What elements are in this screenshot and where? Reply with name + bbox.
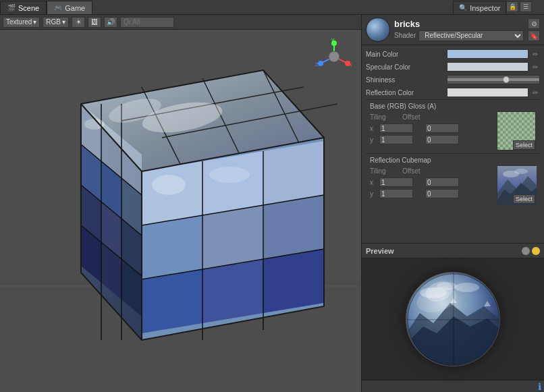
svg-marker-39 [142, 215, 202, 279]
reflection-tiling-y[interactable] [379, 189, 413, 198]
svg-marker-41 [263, 195, 324, 259]
scene-panel: Textured ▾ RGB ▾ ☀ 🖼 🔊 [0, 15, 362, 392]
svg-point-72 [514, 169, 528, 174]
reflection-tiling-label: Tiling [370, 167, 390, 175]
svg-marker-43 [202, 259, 263, 323]
bookmark-button[interactable]: 🔖 [528, 30, 540, 41]
info-icon[interactable]: ℹ [538, 381, 541, 392]
tab-scene-label: Scene [18, 4, 39, 12]
menu-button[interactable]: ☰ [520, 1, 532, 12]
reflection-offset-y[interactable] [425, 189, 459, 198]
reflection-offset-x[interactable] [425, 177, 459, 187]
y-label-1: y [370, 136, 377, 144]
main-content: Textured ▾ RGB ▾ ☀ 🖼 🔊 [0, 15, 544, 392]
shininess-track [447, 78, 539, 81]
tab-inspector[interactable]: 🔍 Inspector [453, 1, 506, 14]
tab-inspector-label: Inspector [470, 4, 500, 12]
shader-dropdown[interactable]: Reflective/Specular [418, 30, 524, 41]
svg-point-66 [331, 40, 337, 46]
main-tab-bar: 🎬 Scene 🎮 Game 🔍 Inspector 🔒 ☰ [0, 0, 544, 15]
base-offset-x[interactable] [425, 123, 459, 133]
tab-game-label: Game [65, 4, 85, 12]
preview-content [362, 258, 544, 380]
base-tiling-x[interactable] [379, 123, 413, 133]
base-offset-y[interactable] [425, 135, 459, 144]
main-color-row: Main Color ✏ [366, 48, 540, 60]
svg-point-80 [455, 283, 479, 292]
svg-point-49 [152, 175, 186, 195]
base-tiling-grid: Tiling Offset x y [370, 111, 494, 146]
tiling-label: Tiling [370, 113, 390, 121]
tab-scene[interactable]: 🎬 Scene [0, 1, 47, 14]
reflection-tiling-x[interactable] [379, 177, 413, 187]
inspector-header-icons: 🔒 ☰ [506, 0, 535, 14]
shininess-thumb[interactable] [503, 76, 510, 83]
specular-color-row: Specular Color ✏ [366, 61, 540, 73]
reflection-tiling-y-row: y [370, 188, 494, 199]
scene-search[interactable] [120, 17, 174, 28]
lock-button[interactable]: 🔒 [506, 1, 518, 12]
preview-controls [522, 247, 540, 255]
offset-label: Offset [402, 113, 423, 121]
main-color-value: ✏ [447, 49, 540, 59]
material-info: bricks Shader Reflective/Specular [394, 19, 524, 41]
specular-color-field[interactable] [447, 62, 528, 72]
base-texture-thumbnail[interactable]: Select [497, 111, 536, 150]
main-color-label: Main Color [366, 51, 447, 58]
main-color-eyedropper[interactable]: ✏ [531, 49, 540, 59]
preview-title: Preview [366, 247, 522, 255]
base-tiling-y[interactable] [379, 135, 413, 144]
reflection-tiling-header: Tiling Offset [370, 165, 494, 176]
render-mode-dropdown[interactable]: Textured ▾ [3, 17, 40, 28]
specular-color-eyedropper[interactable]: ✏ [531, 62, 540, 72]
bottom-bar: ℹ [362, 380, 544, 392]
material-header: bricks Shader Reflective/Specular ⚙ 🔖 [362, 15, 544, 45]
base-texture-row: Tiling Offset x y [370, 111, 536, 150]
material-header-icons: ⚙ 🔖 [528, 18, 540, 41]
shader-label: Shader [394, 32, 416, 39]
audio-button[interactable]: 🔊 [104, 17, 117, 28]
base-select-button[interactable]: Select [513, 140, 535, 150]
tiling-header-row: Tiling Offset [370, 111, 494, 122]
scene-gizmo: x y z [314, 36, 354, 77]
image-button[interactable]: 🖼 [88, 17, 101, 28]
color-space-dropdown[interactable]: RGB ▾ [43, 17, 69, 28]
preview-grey-button[interactable] [522, 247, 530, 255]
shininess-label: Shininess [366, 76, 447, 84]
reflection-tiling-grid: Tiling Offset x y [370, 165, 494, 200]
reflection-thumbnail[interactable]: Select [497, 165, 536, 204]
svg-point-51 [84, 119, 105, 130]
reflection-select-button[interactable]: Select [513, 194, 535, 204]
reflection-cubemap-label: Reflection Cubemap [370, 157, 536, 164]
reflection-offset-label: Offset [402, 167, 423, 175]
reflection-tiling-x-row: x [370, 177, 494, 188]
sun-button[interactable]: ☀ [72, 17, 85, 28]
game-icon: 🎮 [54, 4, 62, 11]
scene-icon: 🎬 [7, 4, 16, 11]
settings-button[interactable]: ⚙ [528, 18, 540, 29]
color-space-arrow: ▾ [62, 18, 65, 26]
base-texture-label: Base (RGB) Gloss (A) [370, 103, 536, 110]
material-name: bricks [394, 19, 524, 29]
shininess-slider[interactable] [447, 75, 540, 84]
base-texture-section: Base (RGB) Gloss (A) Tiling Offset x [366, 99, 540, 153]
svg-marker-40 [202, 205, 263, 269]
color-space-label: RGB [46, 18, 61, 26]
preview-header: Preview [362, 244, 544, 258]
scene-view[interactable]: x y z [0, 30, 361, 392]
svg-marker-42 [142, 269, 202, 333]
preview-sphere [406, 272, 500, 366]
preview-yellow-button[interactable] [532, 247, 540, 255]
y-label-2: y [370, 190, 377, 198]
svg-point-50 [209, 167, 250, 183]
svg-marker-44 [263, 249, 324, 313]
render-mode-label: Textured [6, 18, 32, 26]
tab-game[interactable]: 🎮 Game [47, 1, 92, 14]
inspector-icon: 🔍 [459, 4, 467, 11]
reflection-color-field[interactable] [447, 88, 528, 97]
x-label-2: x [370, 179, 377, 186]
reflection-color-eyedropper[interactable]: ✏ [531, 88, 540, 97]
main-color-field[interactable] [447, 49, 528, 59]
reflection-texture-row: Tiling Offset x y [370, 165, 536, 204]
shader-row: Shader Reflective/Specular [394, 30, 524, 41]
